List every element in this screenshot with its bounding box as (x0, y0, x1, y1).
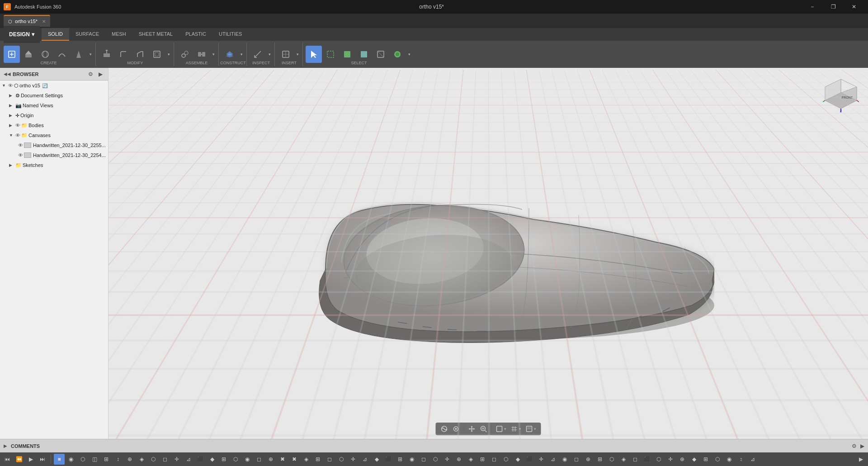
eye-icon[interactable]: 👁 (15, 133, 20, 138)
eye-icon[interactable]: 👁 (18, 152, 23, 158)
last-frame-button[interactable]: ⏭ (37, 454, 48, 465)
tool-32[interactable]: ◻ (418, 454, 429, 465)
tool-57[interactable]: ⬡ (712, 454, 723, 465)
tab-surface[interactable]: SURFACE (69, 28, 105, 41)
tool-35[interactable]: ⊕ (453, 454, 464, 465)
tool-60[interactable]: ⊿ (747, 454, 758, 465)
tool-21[interactable]: ✖ (289, 454, 300, 465)
browser-settings-button[interactable]: ⚙ (86, 70, 94, 78)
viewport[interactable]: FRONT Z (108, 68, 868, 439)
comments-expand-button[interactable]: ▶ (4, 443, 7, 448)
tool-49[interactable]: ◈ (618, 454, 629, 465)
tab-utilities[interactable]: UTILITIES (212, 28, 248, 41)
tool-22[interactable]: ◈ (301, 454, 311, 465)
tool-17[interactable]: ◉ (242, 454, 253, 465)
prev-frame-button[interactable]: ⏪ (14, 454, 24, 465)
design-mode-button[interactable]: DESIGN ▾ (4, 26, 40, 43)
zoom-button[interactable] (479, 424, 489, 434)
tool-5[interactable]: ⊞ (101, 454, 112, 465)
tree-item-canvas-2[interactable]: 👁 Handwritten_2021-12-30_2254... (0, 150, 108, 160)
look-at-button[interactable] (451, 424, 461, 434)
tool-52[interactable]: ⬡ (653, 454, 664, 465)
tool-34[interactable]: ✛ (442, 454, 453, 465)
tool-15[interactable]: ⊞ (218, 454, 229, 465)
tool-47[interactable]: ⊞ (594, 454, 605, 465)
eye-icon[interactable]: 👁 (18, 143, 23, 148)
tool-41[interactable]: ⬛ (524, 454, 535, 465)
tool-50[interactable]: ◻ (630, 454, 641, 465)
tab-solid[interactable]: SOLID (42, 28, 69, 41)
tool-8[interactable]: ◈ (136, 454, 147, 465)
tool-10[interactable]: ◻ (160, 454, 170, 465)
tool-30[interactable]: ⊞ (395, 454, 406, 465)
tab-plastic[interactable]: PLASTIC (179, 28, 212, 41)
tool-28[interactable]: ◆ (371, 454, 382, 465)
tool-44[interactable]: ◉ (559, 454, 570, 465)
tree-item-document-settings[interactable]: ▶ ⚙ Document Settings (0, 90, 108, 100)
tool-19[interactable]: ⊕ (265, 454, 276, 465)
tree-item-canvases[interactable]: ▼ 👁 📁 Canvases (0, 130, 108, 140)
tool-40[interactable]: ◆ (512, 454, 523, 465)
tab-sheet-metal[interactable]: SHEET METAL (132, 28, 179, 41)
tool-4[interactable]: ◫ (89, 454, 100, 465)
tool-9[interactable]: ⬡ (148, 454, 159, 465)
display-mode-button[interactable]: ▾ (495, 424, 508, 434)
close-button[interactable]: ✕ (844, 0, 864, 14)
tool-20[interactable]: ✖ (277, 454, 288, 465)
tool-6[interactable]: ↕ (113, 454, 123, 465)
tool-48[interactable]: ⬡ (606, 454, 617, 465)
tree-item-origin[interactable]: ▶ ✛ Origin (0, 110, 108, 120)
tool-38[interactable]: ◻ (489, 454, 500, 465)
tree-item-sketches[interactable]: ▶ 📁 Sketches (0, 160, 108, 170)
tool-55[interactable]: ◆ (689, 454, 699, 465)
restore-button[interactable]: ❐ (823, 0, 844, 14)
browser-collapse-button[interactable]: ◀◀ (4, 71, 11, 76)
tool-45[interactable]: ◻ (571, 454, 582, 465)
tree-item-bodies[interactable]: ▶ 👁 📁 Bodies (0, 120, 108, 130)
tool-3[interactable]: ⬡ (77, 454, 88, 465)
tool-33[interactable]: ⬡ (430, 454, 441, 465)
tool-14[interactable]: ◆ (207, 454, 217, 465)
grid-button[interactable]: ▾ (509, 424, 523, 434)
minimize-button[interactable]: − (802, 0, 823, 14)
tool-2[interactable]: ◉ (66, 454, 76, 465)
tool-51[interactable]: ⬛ (642, 454, 652, 465)
tool-1[interactable]: ■ (54, 454, 65, 465)
tool-42[interactable]: ✛ (536, 454, 547, 465)
tool-46[interactable]: ⊕ (583, 454, 594, 465)
tool-39[interactable]: ⬡ (500, 454, 511, 465)
browser-expand-button[interactable]: ▶ (96, 70, 104, 78)
tree-item-named-views[interactable]: ▶ 📷 Named Views (0, 100, 108, 110)
tool-25[interactable]: ⬡ (336, 454, 347, 465)
tool-36[interactable]: ◈ (465, 454, 476, 465)
play-button[interactable]: ▶ (25, 454, 36, 465)
tool-37[interactable]: ⊞ (477, 454, 488, 465)
tool-23[interactable]: ⊞ (312, 454, 323, 465)
eye-icon[interactable]: 👁 (15, 123, 20, 128)
tool-12[interactable]: ⊿ (183, 454, 194, 465)
tool-27[interactable]: ⊿ (359, 454, 370, 465)
tool-11[interactable]: ✛ (171, 454, 182, 465)
tool-24[interactable]: ◻ (324, 454, 335, 465)
view-cube[interactable]: FRONT Z (823, 77, 859, 113)
tool-54[interactable]: ⊕ (677, 454, 688, 465)
expand-right-button[interactable]: ▶ (855, 454, 866, 465)
tool-59[interactable]: ↕ (736, 454, 746, 465)
tool-31[interactable]: ◉ (406, 454, 417, 465)
tree-item-root[interactable]: ▼ 👁 ⬡ ortho v15 🔄 (0, 81, 108, 90)
tool-53[interactable]: ✛ (665, 454, 676, 465)
tab-close-button[interactable]: ✕ (42, 19, 46, 24)
canvas-button[interactable]: ▾ (524, 424, 538, 434)
tool-29[interactable]: ⬛ (383, 454, 394, 465)
tree-item-canvas-1[interactable]: 👁 Handwritten_2021-12-30_2255... (0, 140, 108, 150)
tool-26[interactable]: ✛ (348, 454, 359, 465)
tool-18[interactable]: ◻ (254, 454, 264, 465)
eye-icon[interactable]: 👁 (8, 83, 13, 88)
comments-panel-expand[interactable]: ▶ (860, 443, 864, 449)
tool-58[interactable]: ◉ (724, 454, 735, 465)
tool-43[interactable]: ⊿ (547, 454, 558, 465)
pan-button[interactable] (467, 424, 477, 434)
document-tab[interactable]: ⬡ ortho v15* ✕ (4, 15, 50, 27)
tool-7[interactable]: ⊕ (124, 454, 135, 465)
tool-56[interactable]: ⊞ (700, 454, 711, 465)
